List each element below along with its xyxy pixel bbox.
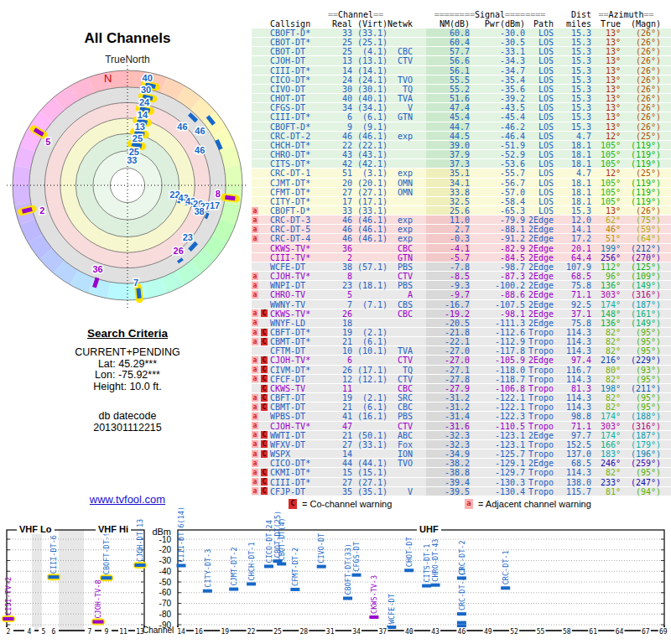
co-channel-flag: C [261, 478, 268, 486]
adjacent-channel-flag: a [252, 450, 258, 458]
adjacent-channel-flag: a [252, 431, 258, 439]
adjacent-channel-flag: a [252, 309, 258, 317]
svg-text:46: 46 [195, 126, 205, 136]
svg-text:38: 38 [194, 206, 204, 216]
search-height: Height: 10.0 ft. [0, 382, 255, 393]
svg-text:-50: -50 [159, 578, 172, 587]
co-channel-badge: C [289, 499, 297, 509]
svg-text:37: 37 [379, 628, 388, 636]
table-row: aCRC-DT-346(46.1)exp11.0-79.92Edge12.062… [252, 216, 671, 225]
svg-text:30: 30 [141, 85, 151, 95]
table-row: aWPBS-DT41(16.1)PBS-31.4-122.3Tropo98.81… [252, 412, 671, 421]
x-axis-label: Channel [143, 626, 176, 635]
svg-text:CITY-DT-3: CITY-DT-3 [204, 549, 212, 588]
adjacent-channel-flag: a [252, 235, 258, 242]
table-row: aCCIII-DT*27(27.1)-39.4-130.3Tropo138.02… [252, 478, 671, 487]
adjacent-channel-flag: a [252, 207, 258, 215]
table-row: CICO-DT*24(24.1)TVO55.5-35.4LOS15.313°(2… [252, 75, 671, 85]
adjacent-channel-flag: a [252, 394, 258, 402]
svg-text:-30: -30 [159, 556, 172, 565]
svg-text:16: 16 [195, 628, 203, 636]
table-row: CFGS-DT34(34.1)V47.4-43.5LOS15.313°(26°) [252, 103, 671, 112]
table-row: aCWWTI-DT21(50.1)ABC-32.3-123.12Edge97.7… [252, 431, 671, 440]
tvfool-link[interactable]: www.tvfool.com [90, 493, 165, 506]
table-row: CJOH-DT13(13.1)CTV56.6-34.3LOS15.313°(26… [252, 56, 671, 65]
tvfool-report: All Channels TrueNorth N4030241413252533… [0, 0, 671, 644]
table-header-row: ==Channel==========Signal========Dist==A… [252, 10, 671, 19]
table-row: CIII-DT*6(6.1)GTN45.4-45.4LOS15.313°(26°… [252, 112, 671, 122]
svg-text:CBOT-DT(4): CBOT-DT(4) [278, 517, 286, 560]
svg-text:CIII-DT-6(14): CIII-DT-6(14) [177, 506, 185, 563]
table-body: CBOFT-D*33(33.1)60.8-30.0LOS15.313°(26°)… [252, 29, 671, 496]
table-row: CITS-DT*42(42.1)37.3-53.6LOS18.1105°(119… [252, 159, 671, 169]
adjacent-channel-flag: a [252, 338, 258, 345]
table-row: aCBOFT-D*33(33.1)25.6-65.3LOS15.313°(26°… [252, 206, 671, 216]
co-channel-flag: C [261, 487, 268, 495]
svg-text:46: 46 [177, 122, 187, 132]
svg-text:5: 5 [42, 628, 46, 636]
table-row: CIVO-DT30(30.1)TQ55.2-35.6LOS15.313°(26°… [252, 85, 671, 94]
svg-text:34: 34 [352, 628, 361, 636]
svg-text:CRC-DT-1: CRC-DT-1 [502, 550, 510, 584]
svg-text:9: 9 [105, 628, 109, 636]
table-row: WWNY-TV7(7.1)CBS-16.7-107.52Edge92.5174°… [252, 300, 671, 309]
co-channel-flag: C [261, 366, 268, 373]
svg-text:CFGS-DT: CFGS-DT [352, 542, 361, 572]
table-row: CCKWS-TV11CBC-27.9-106.8Tropo81.3198°(21… [252, 384, 671, 393]
co-channel-flag: C [261, 394, 268, 402]
svg-text:CHRO-DT-43: CHRO-DT-43 [431, 539, 440, 582]
svg-text:7: 7 [133, 278, 138, 288]
page-title: All Channels [0, 30, 255, 47]
band-label-vhf-lo: VHF Lo [17, 524, 55, 534]
co-channel-flag: C [261, 338, 268, 345]
svg-text:36: 36 [92, 264, 102, 274]
table-header: ==Channel==========Signal========Dist==A… [252, 10, 671, 29]
table-row: aCJOH-TV*47CTV-31.6-110.5Tropo71.1303°(3… [252, 422, 671, 431]
svg-text:CIII-TV-2: CIII-TV-2 [4, 577, 13, 615]
db-datecode: db datecode 201301112215 [0, 411, 255, 434]
svg-text:55: 55 [537, 628, 545, 636]
co-channel-flag: C [261, 309, 268, 317]
svg-text:69: 69 [659, 628, 668, 636]
table-row: aCCBFT-DT19(2.1)SRC-31.2-122.1Tropo114.3… [252, 393, 671, 402]
table-row: aCHRO-TV5A-9.7-88.62Edge71.1303°(316°) [252, 290, 671, 299]
adjacent-channel-flag: a [252, 460, 258, 467]
svg-text:24: 24 [139, 97, 150, 107]
svg-text:31: 31 [326, 628, 335, 636]
adjacent-channel-flag: a [252, 478, 258, 486]
table-row: aCICO-DT*44(44.1)TVO-38.2-129.12Edge68.5… [252, 459, 671, 468]
co-channel-text: = Co-channel warning [302, 499, 392, 509]
table-row: CFMT-DT*27(27.1)OMN33.8-57.0LOS18.1105°(… [252, 188, 671, 197]
adjacent-channel-flag: a [252, 403, 258, 411]
table-row: aCRC-DT-546(46.1)exp2.7-88.12Edge14.146°… [252, 225, 671, 234]
table-row: CIII-DT*14(14.1)56.1-34.7LOS15.313°(26°) [252, 66, 671, 75]
table-row: aCCKMI-DT*15(15.1)-38.8-129.7Tropo114.38… [252, 468, 671, 477]
table-row: CIII-TV*2GTN-5.7-84.52Edge64.4256°(270°) [252, 253, 671, 262]
svg-text:52: 52 [510, 628, 518, 636]
adjacent-channel-flag: a [252, 422, 258, 429]
table-row: CHRO-DT*43(43.1)37.9-52.9LOS18.1105°(119… [252, 150, 671, 159]
svg-text:4: 4 [28, 628, 32, 636]
polar-chart: N403024141325253346464682243422027173823… [0, 49, 255, 314]
table-row: aWNPI-DT23(18.1)PBS-9.3-100.22Edge75.813… [252, 281, 671, 290]
table-row: aCCKWS-TV*26CBC-19.2-98.12Edge37.1148°(1… [252, 309, 671, 319]
table-row: CHCH-DT*22(22.1)39.0-51.9LOS18.1105°(119… [252, 141, 671, 150]
search-criteria: Search Criteria CURRENT+PENDING Lat: 45.… [0, 327, 255, 434]
adjacent-channel-flag: a [252, 413, 258, 420]
adjacent-channel-flag: a [252, 366, 258, 373]
adjacent-channel-badge: a [465, 499, 473, 509]
table-row: CBOFT-D*9(9.1)44.7-46.2LOS15.313°(26°) [252, 122, 671, 132]
adjacent-channel-flag: a [252, 329, 258, 336]
adjacent-channel-flag: a [252, 319, 258, 326]
adjacent-channel-flag: a [252, 226, 258, 233]
svg-text:7: 7 [88, 628, 92, 636]
svg-text:5: 5 [45, 137, 50, 147]
svg-text:CIII-DT-6: CIII-DT-6 [49, 535, 58, 574]
co-channel-flag: C [261, 469, 268, 476]
y-axis-unit-label: dBm [146, 527, 171, 537]
svg-text:2: 2 [39, 205, 44, 216]
adjacent-channel-flag: a [252, 282, 258, 289]
table-row: aCCBMT-DT*21(6.1)-22.1-112.9Tropo114.382… [252, 337, 671, 346]
north-label: N [104, 72, 112, 85]
co-channel-flag: C [261, 440, 268, 448]
